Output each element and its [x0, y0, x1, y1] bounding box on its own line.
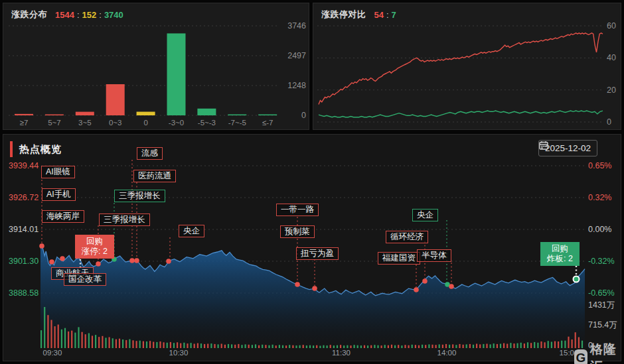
- event-dot-red: [414, 287, 419, 292]
- panel-limit-compare: 涨跌停对比 54 : 7 6040200: [313, 3, 621, 130]
- separator: :: [77, 10, 80, 20]
- limit-down-count: 7: [392, 10, 396, 20]
- dist-bar-≥7: [15, 114, 33, 115]
- price-axis-label: 3939.44: [9, 161, 39, 170]
- distribution-bar-chart: 3746249712480≥75~73~50~30-3~0-5~-3-7~-5≤…: [3, 3, 310, 131]
- percent-axis-label: 715.4万: [588, 320, 617, 330]
- dist-x-label: 0~3: [109, 119, 122, 127]
- dist-y-tick: 1248: [287, 81, 306, 90]
- dist-bar-3~5: [76, 112, 94, 115]
- price-axis-label: 3901.30: [9, 257, 39, 266]
- event-dot-red: [295, 282, 300, 287]
- event-dot-red: [449, 284, 454, 289]
- hotspot-tag[interactable]: 三季报增长: [99, 213, 150, 226]
- hotspot-tag[interactable]: 央企: [412, 209, 438, 221]
- dist-x-label: 0: [143, 119, 147, 127]
- percent-axis-label: -0.32%: [588, 257, 615, 266]
- event-dot-red: [129, 258, 135, 263]
- hotspot-tag[interactable]: 一带一路: [276, 204, 319, 216]
- dist-y-tick: 0: [301, 111, 306, 120]
- hotspot-tag[interactable]: 医药流通: [133, 170, 176, 182]
- dist-bar-5~7: [45, 115, 64, 116]
- event-dot-green: [574, 276, 580, 282]
- percent-axis-label: 0.00%: [588, 225, 611, 234]
- dist-x-label: 5~7: [48, 119, 61, 127]
- percent-axis-label: 0.65%: [588, 161, 611, 170]
- hotspot-tag[interactable]: 扭亏为盈: [296, 247, 339, 260]
- event-dot-red: [39, 243, 44, 249]
- time-tick-14:00: 14:00: [437, 349, 457, 357]
- time-tick-10:30: 10:30: [169, 349, 189, 357]
- hotspot-tag[interactable]: 预制菜: [280, 225, 315, 238]
- gelonghui-brand: 格隆汇: [590, 341, 621, 364]
- limit-line-red: [319, 33, 603, 104]
- separator: :: [386, 10, 389, 20]
- event-dot-red: [422, 278, 428, 284]
- distribution-header: 涨跌分布 1544 : 152 : 3740: [11, 9, 123, 21]
- index-area: [40, 245, 585, 348]
- event-dot-red: [134, 258, 139, 263]
- percent-axis-label: 1431万: [588, 300, 615, 310]
- limit-y-tick: 40: [607, 53, 616, 62]
- limit-line-chart: 6040200: [313, 3, 622, 131]
- limit-header: 涨跌停对比 54 : 7: [321, 9, 396, 21]
- price-axis-label: 3926.72: [9, 193, 39, 202]
- event-dot-red: [166, 259, 171, 264]
- hotspot-tag[interactable]: 半导体: [417, 249, 451, 262]
- unchanged-count: 152: [82, 10, 97, 20]
- hotspot-tag[interactable]: AI眼镜: [41, 166, 75, 178]
- dist-x-label: ≥7: [20, 119, 29, 127]
- dist-x-label: -5~-3: [198, 119, 216, 127]
- hotspot-tag[interactable]: AI手机: [42, 188, 76, 201]
- hotspot-tag[interactable]: 国企改革: [64, 273, 106, 286]
- hotspot-tag[interactable]: 循环经济: [386, 231, 428, 243]
- dist-bar--3~0: [167, 33, 186, 115]
- percent-axis-label: 0.32%: [588, 193, 611, 202]
- hotspot-tag[interactable]: 海峡两岸: [42, 210, 84, 223]
- hotspot-tag[interactable]: 回购炸板: 2: [540, 242, 580, 266]
- hotspot-tag[interactable]: 回购涨停: 2: [75, 235, 114, 259]
- percent-axis-label: -0.65%: [588, 288, 615, 298]
- hotspot-tag[interactable]: 福建国资: [378, 252, 420, 265]
- time-tick-09:30: 09:30: [43, 349, 62, 357]
- dist-bar-0~3: [106, 84, 125, 115]
- dist-x-label: -3~0: [169, 119, 184, 127]
- dist-bar--7~-5: [228, 115, 246, 116]
- market-dashboard: 涨跌分布 1544 : 152 : 3740 3746249712480≥75~…: [0, 0, 624, 364]
- dist-bar-0: [137, 112, 155, 115]
- dist-bar-≤-7: [258, 115, 277, 116]
- dist-x-label: -7~-5: [228, 119, 246, 127]
- limit-y-tick: 60: [607, 21, 616, 30]
- decliners-count: 3740: [104, 10, 123, 20]
- time-tick-11:30: 11:30: [332, 349, 351, 357]
- gelonghui-logo-icon: G: [574, 349, 587, 364]
- event-dot-red: [96, 261, 101, 267]
- event-dot-red: [49, 259, 54, 265]
- dist-y-tick: 3746: [287, 21, 306, 30]
- limit-y-tick: 0: [607, 117, 611, 127]
- limit-y-tick: 20: [607, 86, 616, 95]
- dist-bar--5~-3: [197, 109, 216, 115]
- price-axis-label: 3888.58: [9, 288, 39, 298]
- panel-title-distribution: 涨跌分布: [11, 9, 47, 21]
- hotspot-tag[interactable]: 央企: [179, 225, 204, 237]
- dist-x-label: ≤-7: [262, 119, 273, 127]
- limit-line-green: [319, 111, 603, 117]
- limit-up-count: 54: [374, 10, 384, 20]
- watermark: G 格隆汇: [574, 341, 621, 364]
- hotspot-tag[interactable]: 三季报增长: [114, 190, 165, 202]
- advancers-count: 1544: [55, 10, 74, 20]
- event-dot-red: [312, 286, 317, 291]
- price-axis-label: 3914.01: [9, 225, 39, 234]
- panel-distribution: 涨跌分布 1544 : 152 : 3740 3746249712480≥75~…: [3, 3, 309, 130]
- panel-title-limit: 涨跌停对比: [321, 9, 366, 21]
- dist-y-tick: 2497: [287, 51, 306, 60]
- panel-hotspot-overview: 热点概览 2025-12-02 09:3010:3011:3014:0015:0…: [3, 134, 621, 361]
- hotspot-tag[interactable]: 流感: [137, 147, 163, 160]
- event-dot-red: [60, 256, 65, 261]
- dist-x-label: 3~5: [78, 119, 92, 127]
- separator: :: [99, 10, 102, 20]
